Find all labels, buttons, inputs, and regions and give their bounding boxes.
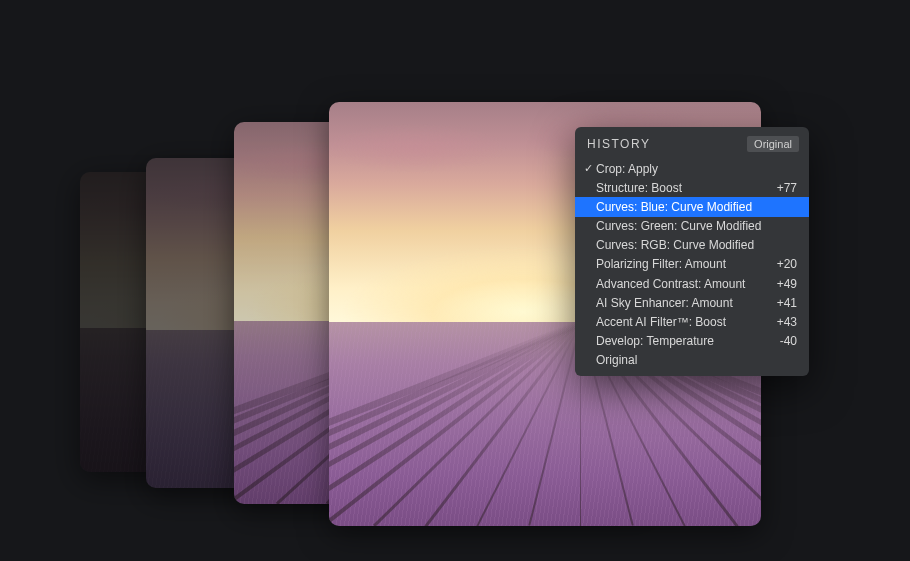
history-item[interactable]: Advanced Contrast: Amount+49	[575, 274, 809, 293]
history-item[interactable]: ✓Crop: Apply	[575, 159, 809, 178]
history-list: ✓Crop: ApplyStructure: Boost+77Curves: B…	[575, 159, 809, 370]
history-item-label: Polarizing Filter: Amount	[594, 256, 769, 272]
history-item-label: Advanced Contrast: Amount	[594, 276, 769, 292]
history-item-value: -40	[772, 333, 797, 349]
history-item-label: Accent AI Filter™: Boost	[594, 314, 769, 330]
original-button[interactable]: Original	[747, 136, 799, 152]
history-item[interactable]: Curves: Green: Curve Modified	[575, 217, 809, 236]
history-item-value: +20	[769, 256, 797, 272]
history-header: HISTORY Original	[575, 127, 809, 159]
history-item[interactable]: AI Sky Enhancer: Amount+41	[575, 293, 809, 312]
stage: HISTORY Original ✓Crop: ApplyStructure: …	[0, 0, 910, 561]
history-item-label: Curves: Green: Curve Modified	[594, 218, 789, 234]
history-title: HISTORY	[587, 137, 650, 151]
history-item[interactable]: Accent AI Filter™: Boost+43	[575, 313, 809, 332]
history-item-label: Structure: Boost	[594, 180, 769, 196]
history-item-value: +49	[769, 276, 797, 292]
history-item-label: Original	[594, 352, 789, 368]
history-item-label: Curves: Blue: Curve Modified	[594, 199, 789, 215]
history-item[interactable]: Polarizing Filter: Amount+20	[575, 255, 809, 274]
history-item-label: AI Sky Enhancer: Amount	[594, 295, 769, 311]
history-item-value: +41	[769, 295, 797, 311]
history-item[interactable]: Curves: Blue: Curve Modified	[575, 197, 809, 216]
history-item-value: +43	[769, 314, 797, 330]
history-item[interactable]: Structure: Boost+77	[575, 178, 809, 197]
history-item[interactable]: Original	[575, 351, 809, 370]
checkmark-icon: ✓	[583, 161, 594, 176]
history-item-label: Curves: RGB: Curve Modified	[594, 237, 789, 253]
history-item-label: Crop: Apply	[594, 161, 789, 177]
history-item-value: +77	[769, 180, 797, 196]
history-item[interactable]: Develop: Temperature-40	[575, 332, 809, 351]
history-panel: HISTORY Original ✓Crop: ApplyStructure: …	[575, 127, 809, 376]
history-item[interactable]: Curves: RGB: Curve Modified	[575, 236, 809, 255]
history-item-label: Develop: Temperature	[594, 333, 772, 349]
